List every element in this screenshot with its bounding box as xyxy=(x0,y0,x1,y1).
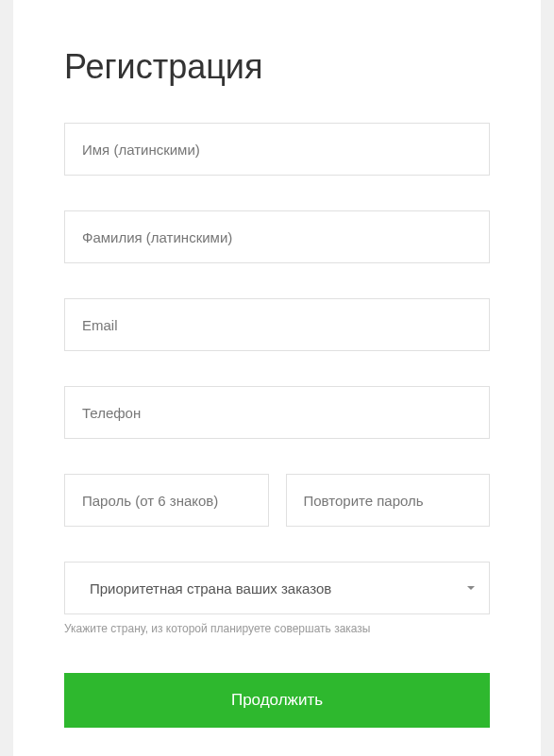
country-select[interactable]: Приоритетная страна ваших заказов xyxy=(64,562,490,614)
first-name-input[interactable] xyxy=(64,123,490,176)
country-helper-text: Укажите страну, из которой планируете со… xyxy=(64,622,490,635)
password-row xyxy=(64,474,490,527)
country-select-wrapper: Приоритетная страна ваших заказов xyxy=(64,562,490,614)
email-input[interactable] xyxy=(64,298,490,351)
submit-button[interactable]: Продолжить xyxy=(64,673,490,728)
page-title: Регистрация xyxy=(64,47,490,87)
last-name-input[interactable] xyxy=(64,210,490,263)
password-repeat-input[interactable] xyxy=(286,474,491,527)
phone-input[interactable] xyxy=(64,386,490,439)
registration-card: Регистрация Приоритетная страна ваших за… xyxy=(13,0,541,756)
password-input[interactable] xyxy=(64,474,269,527)
